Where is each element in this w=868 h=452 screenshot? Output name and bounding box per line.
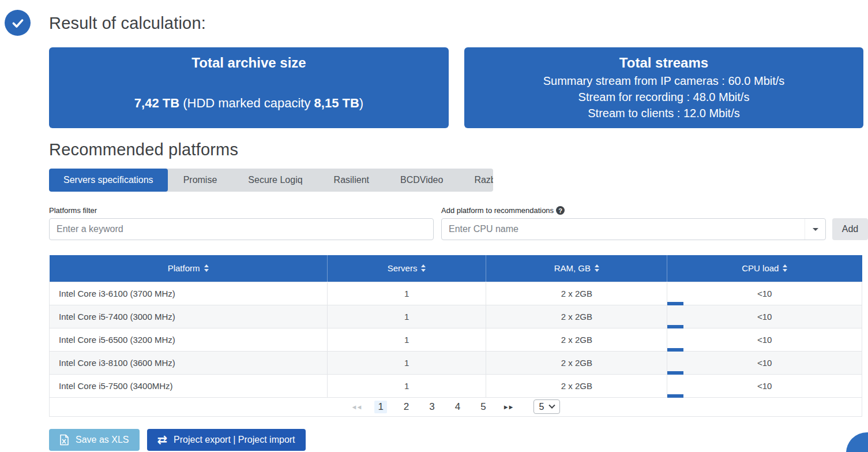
page-size-select[interactable]: 5 — [533, 399, 561, 414]
archive-size-value: 7,42 TB — [134, 96, 179, 110]
footer-actions: Save as XLS ⇄ Project export | Project i… — [49, 429, 868, 451]
recommended-platforms-heading: Recommended platforms — [49, 140, 868, 159]
check-circle-icon — [5, 10, 31, 36]
sort-icon — [783, 264, 787, 272]
servers-cell: 1 — [327, 282, 486, 305]
add-platform-group: Add platform to recommendations ? Add — [441, 206, 868, 240]
tab-secure-logiq[interactable]: Secure Logiq — [232, 169, 318, 192]
summary-cards: Total archive size 7,42 TB (HDD marked c… — [49, 47, 868, 128]
project-export-import-button[interactable]: ⇄ Project export | Project import — [147, 429, 306, 451]
first-page-button[interactable]: ◄◄ — [351, 404, 362, 410]
add-platform-label: Add platform to recommendations ? — [441, 206, 868, 215]
servers-cell: 1 — [327, 351, 486, 374]
cpu-combobox-dropdown-toggle[interactable] — [805, 219, 825, 240]
excel-file-icon — [59, 434, 69, 446]
sort-icon — [421, 264, 426, 272]
page-button-4[interactable]: 4 — [452, 401, 464, 413]
sort-icon — [595, 264, 599, 272]
archive-end-text: ) — [359, 96, 363, 110]
save-as-xls-button[interactable]: Save as XLS — [49, 429, 140, 451]
ram-cell: 2 x 2GB — [486, 374, 667, 397]
ram-cell: 2 x 2GB — [486, 282, 667, 305]
table-row: Intel Core i5-7500 (3400MHz) 1 2 x 2GB <… — [50, 374, 862, 397]
platforms-table: Platform Servers RAM, GB CPU load — [49, 255, 862, 417]
filters-row: Platforms filter Add platform to recomme… — [49, 206, 868, 240]
platforms-filter-group: Platforms filter — [49, 206, 434, 240]
page-button-3[interactable]: 3 — [426, 401, 438, 413]
page-button-1[interactable]: 1 — [374, 401, 386, 413]
platform-cell: Intel Core i3-8100 (3600 MHz) — [50, 351, 328, 374]
total-streams-card: Total streams Summary stream from IP cam… — [464, 47, 863, 128]
clients-stream-line: Stream to clients : 12.0 Mbit/s — [464, 105, 863, 121]
cpu-name-input[interactable] — [441, 218, 826, 240]
table-footer-row: ◄◄ 1 2 3 4 5 ►► 5 — [50, 397, 862, 416]
caret-down-icon — [813, 228, 818, 231]
streams-card-title: Total streams — [464, 54, 863, 72]
platform-cell: Intel Core i3-6100 (3700 MHz) — [50, 282, 328, 305]
page-button-2[interactable]: 2 — [400, 401, 412, 413]
table-header-row: Platform Servers RAM, GB CPU load — [50, 255, 862, 282]
cpu-load-cell: <10 — [667, 328, 862, 351]
tab-rasilient[interactable]: Rasilient — [318, 169, 385, 192]
cpu-load-cell: <10 — [667, 351, 862, 374]
platform-cell: Intel Core i5-7400 (3000 MHz) — [50, 305, 328, 328]
servers-cell: 1 — [327, 305, 486, 328]
total-archive-card: Total archive size 7,42 TB (HDD marked c… — [49, 47, 449, 128]
tab-promise[interactable]: Promise — [168, 169, 233, 192]
platform-cell: Intel Core i5-6500 (3200 MHz) — [50, 328, 328, 351]
add-platform-button[interactable]: Add — [832, 218, 868, 240]
platforms-tabbar: Servers specifications Promise Secure Lo… — [49, 169, 493, 192]
pagination-cell: ◄◄ 1 2 3 4 5 ►► 5 — [50, 397, 862, 416]
table-row: Intel Core i5-6500 (3200 MHz) 1 2 x 2GB … — [50, 328, 862, 351]
question-circle-icon[interactable]: ? — [556, 206, 565, 215]
cpu-name-combobox — [441, 218, 826, 240]
servers-cell: 1 — [327, 374, 486, 397]
servers-cell: 1 — [327, 328, 486, 351]
archive-card-value: 7,42 TB (HDD marked capacity 8,15 TB) — [49, 96, 449, 111]
cpu-load-cell: <10 — [667, 305, 862, 328]
tab-razberi[interactable]: Razberi — [459, 169, 493, 192]
pagination: ◄◄ 1 2 3 4 5 ►► 5 — [50, 399, 862, 414]
column-header-cpu-load[interactable]: CPU load — [667, 255, 862, 282]
summary-stream-line: Summary stream from IP cameras : 60.0 Mb… — [464, 73, 863, 89]
table-row: Intel Core i5-7400 (3000 MHz) 1 2 x 2GB … — [50, 305, 862, 328]
swap-arrows-icon: ⇄ — [157, 434, 168, 446]
tab-servers-specifications[interactable]: Servers specifications — [49, 169, 168, 192]
tab-bcdvideo[interactable]: BCDVideo — [385, 169, 459, 192]
checkmark-icon — [10, 16, 25, 31]
chevron-down-icon — [549, 402, 555, 408]
cpu-load-bar — [667, 394, 683, 398]
column-header-servers[interactable]: Servers — [327, 255, 486, 282]
platforms-filter-input[interactable] — [49, 218, 434, 240]
cpu-load-cell: <10 — [667, 374, 862, 397]
recording-stream-line: Stream for recording : 48.0 Mbit/s — [464, 89, 863, 105]
hdd-capacity-value: 8,15 TB — [314, 96, 359, 110]
ram-cell: 2 x 2GB — [486, 305, 667, 328]
page-title: Result of calculation: — [49, 13, 868, 33]
column-header-platform[interactable]: Platform — [50, 255, 328, 282]
main-content: Result of calculation: Total archive siz… — [49, 13, 868, 451]
archive-mid-text: (HDD marked capacity — [179, 96, 314, 110]
column-header-ram[interactable]: RAM, GB — [486, 255, 667, 282]
platforms-filter-label: Platforms filter — [49, 206, 434, 215]
page-button-5[interactable]: 5 — [477, 401, 489, 413]
table-row: Intel Core i3-8100 (3600 MHz) 1 2 x 2GB … — [50, 351, 862, 374]
ram-cell: 2 x 2GB — [486, 351, 667, 374]
archive-card-title: Total archive size — [49, 54, 449, 72]
last-page-button[interactable]: ►► — [503, 404, 513, 410]
sort-icon — [204, 264, 209, 272]
table-row: Intel Core i3-6100 (3700 MHz) 1 2 x 2GB … — [50, 282, 862, 305]
cpu-load-cell: <10 — [667, 282, 862, 305]
platform-cell: Intel Core i5-7500 (3400MHz) — [50, 374, 328, 397]
ram-cell: 2 x 2GB — [486, 328, 667, 351]
